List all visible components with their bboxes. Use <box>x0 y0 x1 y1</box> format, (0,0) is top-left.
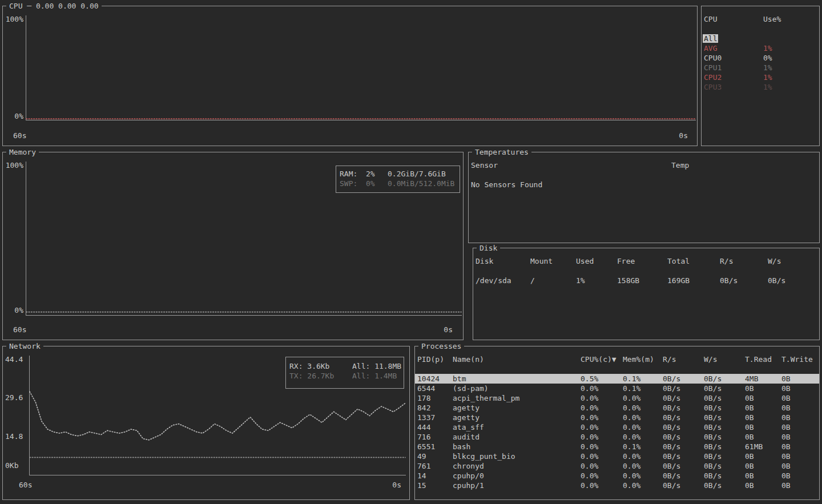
process-write-rate: 0B/s <box>704 403 745 413</box>
disk-col-used: Used <box>576 256 617 266</box>
proc-col-mem[interactable]: Mem%(m) <box>623 354 663 364</box>
use-column-header: Use% <box>763 14 781 24</box>
process-mem: 0.1% <box>623 442 663 451</box>
cpu-legend-row[interactable]: AVG 1% <box>702 43 819 53</box>
process-row[interactable]: 15 cpuhp/1 0.0% 0.0% 0B/s 0B/s 0B 0B <box>415 481 819 490</box>
disk-col-free: Free <box>617 256 667 266</box>
network-x-left-label: 60s <box>19 480 32 490</box>
process-total-read: 0B <box>745 413 781 422</box>
cpu-panel[interactable]: CPU ─ 0.00 0.00 0.00 100% 0% 60s 0s <box>2 6 698 146</box>
process-row[interactable]: 842 agetty 0.0% 0.0% 0B/s 0B/s 0B 0B <box>415 403 819 413</box>
proc-col-pid[interactable]: PID(p) <box>417 354 453 364</box>
memory-legend: RAM: 2% 0.2GiB/7.6GiB SWP: 0% 0.0MiB/512… <box>336 166 460 193</box>
proc-col-ws[interactable]: W/s <box>704 354 745 364</box>
memory-amount: 0.0MiB/512.0MiB <box>388 179 460 188</box>
cpu-core-name: CPU1 <box>704 63 763 72</box>
process-pid: 1337 <box>417 413 453 422</box>
cpu-x-right-label: 0s <box>679 131 688 140</box>
processes-panel[interactable]: Processes PID(p) Name(n) CPU%(c)▼ Mem%(m… <box>414 346 820 500</box>
process-row[interactable]: 716 auditd 0.0% 0.0% 0B/s 0B/s 0B 0B <box>415 432 819 442</box>
disk-col-total: Total <box>667 256 720 266</box>
cpu-legend-row[interactable]: CPU3 1% <box>702 82 819 92</box>
process-row[interactable]: 6551 bash 0.0% 0.1% 0B/s 0B/s 61MB 0B <box>415 442 819 451</box>
disk-device: /dev/sda <box>476 276 530 285</box>
memory-amount: 0.2GiB/7.6GiB <box>388 169 460 179</box>
process-cpu: 0.0% <box>581 471 623 481</box>
process-row[interactable]: 49 blkcg_punt_bio 0.0% 0.0% 0B/s 0B/s 0B… <box>415 451 819 461</box>
process-row[interactable]: 14 cpuhp/0 0.0% 0.0% 0B/s 0B/s 0B 0B <box>415 471 819 481</box>
proc-col-twrite[interactable]: T.Write <box>781 354 819 364</box>
temperatures-panel[interactable]: Temperatures Sensor Temp No Sensors Foun… <box>468 152 820 243</box>
memory-x-right-label: 0s <box>444 325 453 334</box>
process-pid: 761 <box>417 461 453 471</box>
process-total-write: 0B <box>781 471 819 481</box>
proc-col-tread[interactable]: T.Read <box>745 354 781 364</box>
cpu-column-header: CPU <box>704 14 717 24</box>
processes-panel-title: Processes <box>418 341 464 351</box>
process-mem: 0.0% <box>623 413 663 422</box>
network-y-label-1: 44.4 <box>5 354 23 364</box>
memory-percent: 2% <box>366 169 388 179</box>
cpu-core-name: AVG <box>704 43 763 53</box>
process-mem: 0.0% <box>623 461 663 471</box>
process-pid: 49 <box>417 451 453 461</box>
proc-col-name[interactable]: Name(n) <box>453 354 581 364</box>
process-row[interactable]: 761 chronyd 0.0% 0.0% 0B/s 0B/s 0B 0B <box>415 461 819 471</box>
process-row[interactable]: 6544 (sd-pam) 0.0% 0.1% 0B/s 0B/s 0B 0B <box>415 384 819 393</box>
process-row[interactable]: 1337 agetty 0.0% 0.0% 0B/s 0B/s 0B 0B <box>415 413 819 422</box>
process-read-rate: 0B/s <box>663 393 704 403</box>
disk-row[interactable]: /dev/sda / 1% 158GB 169GB 0B/s 0B/s <box>473 276 819 285</box>
network-legend-row: TX: 26.7Kb All: 1.4MB <box>289 371 404 381</box>
cpu-y-min-label: 0% <box>4 111 23 121</box>
process-total-write: 0B <box>781 442 819 451</box>
process-write-rate: 0B/s <box>704 481 745 490</box>
memory-type-label: SWP: <box>340 179 366 188</box>
cpu-legend-row[interactable]: CPU0 0% <box>702 53 819 63</box>
process-row[interactable]: 178 acpi_thermal_pm 0.0% 0.0% 0B/s 0B/s … <box>415 393 819 403</box>
process-total-write: 0B <box>781 432 819 442</box>
cpu-core-name: All <box>704 34 763 43</box>
process-mem: 0.0% <box>623 432 663 442</box>
process-name: bash <box>453 442 581 451</box>
process-cpu: 0.0% <box>581 481 623 490</box>
proc-col-cpu-sort[interactable]: CPU%(c)▼ <box>581 354 623 364</box>
process-write-rate: 0B/s <box>704 461 745 471</box>
memory-percent: 0% <box>366 179 388 188</box>
process-mem: 0.0% <box>623 403 663 413</box>
cpu-legend-row[interactable]: CPU2 1% <box>702 72 819 82</box>
network-panel[interactable]: Network 44.4 29.6 14.8 0Kb RX: 3.6Kb All… <box>2 346 410 500</box>
process-name: blkcg_punt_bio <box>453 451 581 461</box>
process-name: chronyd <box>453 461 581 471</box>
process-read-rate: 0B/s <box>663 451 704 461</box>
process-row[interactable]: 10424 btm 0.5% 0.1% 0B/s 0B/s 4MB 0B <box>415 374 819 384</box>
process-total-write: 0B <box>781 413 819 422</box>
process-total-read: 0B <box>745 403 781 413</box>
cpu-core-name: CPU2 <box>704 72 763 82</box>
process-mem: 0.0% <box>623 471 663 481</box>
process-total-read: 0B <box>745 461 781 471</box>
memory-y-max-label: 100% <box>4 160 23 170</box>
disk-col-disk: Disk <box>476 256 530 266</box>
process-cpu: 0.0% <box>581 432 623 442</box>
process-header-row: PID(p) Name(n) CPU%(c)▼ Mem%(m) R/s W/s … <box>415 354 819 364</box>
process-name: btm <box>453 374 581 384</box>
memory-type-label: RAM: <box>340 169 366 179</box>
cpu-core-usage: 1% <box>763 72 819 82</box>
process-cpu: 0.5% <box>581 374 623 384</box>
cpu-legend-row[interactable]: All <box>702 34 819 43</box>
process-read-rate: 0B/s <box>663 413 704 422</box>
memory-legend-row: RAM: 2% 0.2GiB/7.6GiB <box>340 169 460 179</box>
disk-col-ws: W/s <box>768 256 819 266</box>
proc-col-rs[interactable]: R/s <box>663 354 704 364</box>
cpu-panel-title: CPU ─ 0.00 0.00 0.00 <box>6 1 102 11</box>
cpu-core-usage: 1% <box>763 43 819 53</box>
network-y-label-3: 14.8 <box>5 432 23 441</box>
memory-legend-row: SWP: 0% 0.0MiB/512.0MiB <box>340 179 460 188</box>
cpu-legend-row[interactable]: CPU1 1% <box>702 63 819 72</box>
cpu-legend-panel[interactable]: CPU Use% All AVG 1% CPU0 0% CPU1 1% CPU2… <box>701 6 820 146</box>
memory-panel[interactable]: Memory 100% 0% RAM: 2% 0.2GiB/7.6GiB SWP… <box>2 152 464 340</box>
disk-header-row: Disk Mount Used Free Total R/s W/s <box>473 256 819 266</box>
disk-panel[interactable]: Disk Disk Mount Used Free Total R/s W/s … <box>473 248 820 340</box>
process-row[interactable]: 444 ata_sff 0.0% 0.0% 0B/s 0B/s 0B 0B <box>415 422 819 432</box>
process-cpu: 0.0% <box>581 384 623 393</box>
